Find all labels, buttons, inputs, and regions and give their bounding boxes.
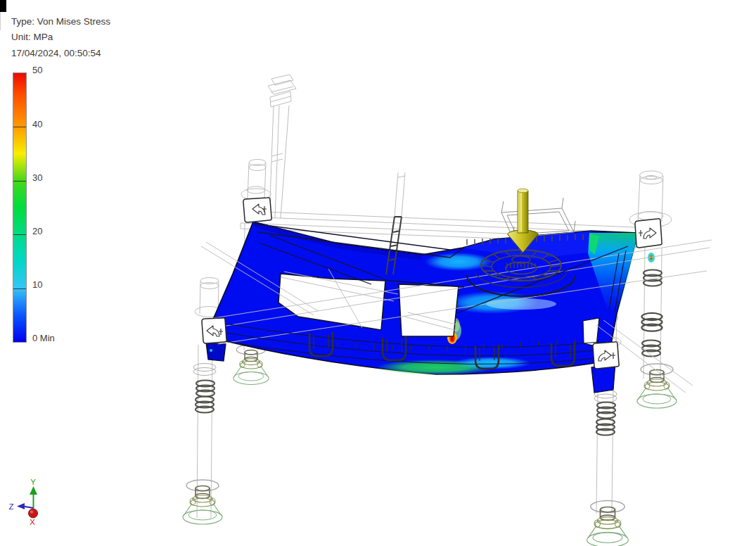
- triad-z-label: Z: [8, 502, 13, 511]
- fea-results-viewport-page: Type: Von Mises Stress Unit: MPa 17/04/2…: [0, 0, 756, 546]
- triad-y-label: Y: [30, 478, 36, 486]
- orientation-triad: X Y Z: [8, 478, 37, 526]
- fixture-block-front-right: [593, 342, 619, 369]
- triad-x-label: X: [30, 518, 35, 526]
- model-viewport[interactable]: X Y Z: [0, 0, 756, 546]
- foot-front-left: [183, 480, 222, 524]
- fixture-block-back-right: [635, 219, 662, 248]
- fixture-block-front-left: [202, 318, 226, 343]
- triad-y-arrow: [30, 486, 37, 495]
- triad-z-arrow: [17, 503, 25, 509]
- fixture-block-back-left: [243, 198, 271, 222]
- foot-front-right: [587, 501, 629, 546]
- triad-x-sphere: [29, 509, 38, 518]
- foot-back-left: [233, 345, 269, 385]
